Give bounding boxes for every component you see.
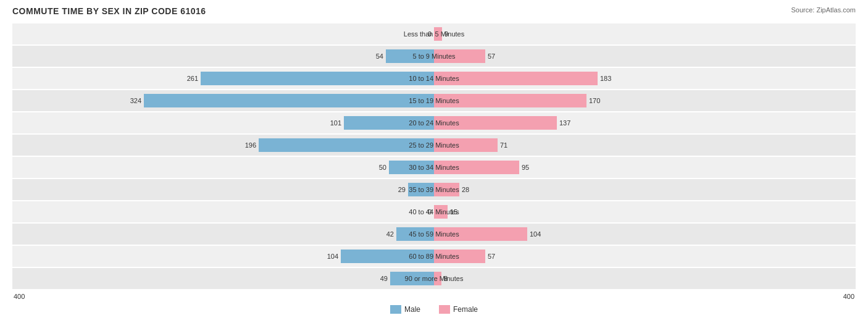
female-value: 137 <box>559 119 570 127</box>
male-value: 101 <box>330 119 341 127</box>
table-row: 09Less than 5 Minutes <box>12 23 856 44</box>
female-value: 170 <box>589 97 600 104</box>
female-bar <box>434 27 442 41</box>
table-row: 26118310 to 14 Minutes <box>12 68 856 89</box>
chart-header: COMMUTE TIME BY SEX IN ZIP CODE 61016 So… <box>12 6 856 16</box>
female-value: 9 <box>444 30 448 38</box>
male-value: 29 <box>398 186 406 193</box>
female-bar <box>434 138 498 152</box>
male-bar <box>259 138 434 152</box>
table-row: 54575 to 9 Minutes <box>12 46 856 67</box>
male-bar <box>344 116 434 130</box>
axis-row: 400 400 <box>12 293 856 300</box>
table-row: 32417015 to 19 Minutes <box>12 90 856 111</box>
chart-source: Source: ZipAtlas.com <box>791 6 856 14</box>
male-value: 104 <box>327 253 338 260</box>
male-value: 0 <box>428 30 432 38</box>
female-value: 8 <box>444 275 448 282</box>
female-value: 95 <box>522 164 529 171</box>
male-bar <box>396 227 434 241</box>
legend-male: Male <box>390 305 420 314</box>
legend-female-label: Female <box>453 305 478 314</box>
legend-female-box <box>439 305 450 314</box>
table-row: 1045760 to 89 Minutes <box>12 246 856 267</box>
legend-male-label: Male <box>404 305 420 314</box>
male-value: 54 <box>376 52 383 60</box>
male-value: 324 <box>130 97 141 104</box>
female-bar <box>434 272 441 285</box>
male-bar <box>386 49 434 63</box>
chart-title: COMMUTE TIME BY SEX IN ZIP CODE 61016 <box>12 6 206 16</box>
table-row: 509530 to 34 Minutes <box>12 157 856 178</box>
legend-female: Female <box>439 305 478 314</box>
table-row: 49890 or more Minutes <box>12 268 856 289</box>
male-value: 196 <box>245 141 256 149</box>
male-bar <box>341 250 434 263</box>
female-bar <box>434 94 586 107</box>
male-value: 0 <box>428 208 432 216</box>
table-row: 4210445 to 59 Minutes <box>12 224 856 245</box>
table-row: 292835 to 39 Minutes <box>12 179 856 200</box>
female-bar <box>434 116 557 130</box>
female-bar <box>434 183 459 196</box>
legend: Male Female <box>12 305 856 314</box>
legend-male-box <box>390 305 401 314</box>
female-bar <box>434 250 485 263</box>
male-value: 49 <box>380 275 388 282</box>
male-value: 42 <box>386 230 394 238</box>
male-value: 50 <box>379 164 386 171</box>
female-value: 15 <box>450 208 457 216</box>
female-bar <box>434 205 448 219</box>
table-row: 01540 to 44 Minutes <box>12 201 856 222</box>
table-row: 10113720 to 24 Minutes <box>12 112 856 133</box>
male-bar <box>201 72 434 85</box>
female-value: 104 <box>530 230 541 238</box>
female-bar <box>434 227 527 241</box>
female-value: 183 <box>600 75 611 82</box>
female-bar <box>434 161 519 174</box>
male-bar <box>390 272 434 285</box>
axis-right: 400 <box>843 293 854 300</box>
male-bar <box>144 94 434 107</box>
chart-rows: 09Less than 5 Minutes54575 to 9 Minutes2… <box>12 23 856 289</box>
male-bar <box>389 161 434 174</box>
chart-container: COMMUTE TIME BY SEX IN ZIP CODE 61016 So… <box>12 6 856 314</box>
female-bar <box>434 49 485 63</box>
axis-left: 400 <box>14 293 25 300</box>
female-value: 28 <box>462 186 469 193</box>
female-value: 57 <box>488 52 495 60</box>
male-value: 261 <box>187 75 198 82</box>
female-value: 57 <box>488 253 495 260</box>
male-bar <box>408 183 434 196</box>
female-value: 71 <box>500 141 507 149</box>
table-row: 1967125 to 29 Minutes <box>12 135 856 156</box>
female-bar <box>434 72 598 85</box>
